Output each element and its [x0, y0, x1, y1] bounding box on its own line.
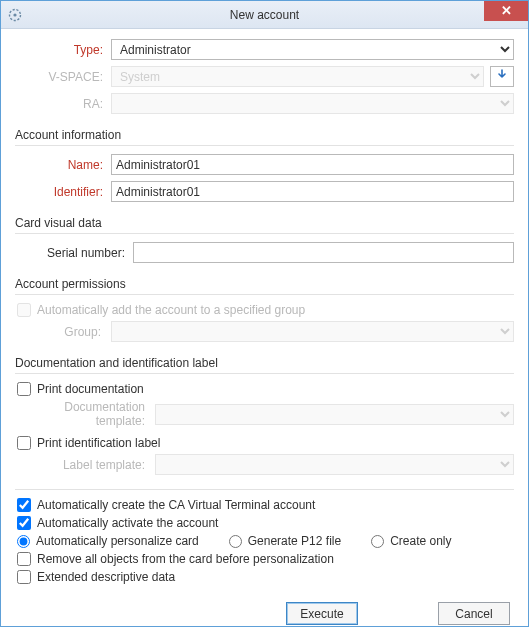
auto-create-ca-label: Automatically create the CA Virtual Term… — [37, 498, 315, 512]
divider — [15, 145, 514, 146]
auto-activate-label: Automatically activate the account — [37, 516, 218, 530]
auto-group-checkbox — [17, 303, 31, 317]
group-label: Group: — [15, 325, 111, 339]
print-id-label: Print identification label — [37, 436, 160, 450]
divider — [15, 233, 514, 234]
svg-point-1 — [13, 13, 16, 16]
divider — [15, 489, 514, 490]
generate-p12-radio[interactable] — [229, 535, 242, 548]
ra-label: RA: — [15, 97, 111, 111]
name-label: Name: — [15, 158, 111, 172]
label-template-label: Label template: — [15, 458, 155, 472]
section-doc-id: Documentation and identification label — [15, 356, 514, 370]
doc-template-select — [155, 404, 514, 425]
vspace-select: System — [111, 66, 484, 87]
create-only-radio[interactable] — [371, 535, 384, 548]
create-only-label: Create only — [390, 534, 451, 548]
type-label: Type: — [15, 43, 111, 57]
type-select[interactable]: Administrator — [111, 39, 514, 60]
extended-desc-label: Extended descriptive data — [37, 570, 175, 584]
auto-personalize-radio[interactable] — [17, 535, 30, 548]
label-template-select — [155, 454, 514, 475]
serial-input[interactable] — [133, 242, 514, 263]
title-bar: New account ✕ — [1, 1, 528, 29]
close-button[interactable]: ✕ — [484, 1, 528, 21]
execute-button[interactable]: Execute — [286, 602, 358, 625]
auto-group-label: Automatically add the account to a speci… — [37, 303, 305, 317]
remove-objects-label: Remove all objects from the card before … — [37, 552, 334, 566]
app-icon — [7, 7, 23, 23]
identifier-label: Identifier: — [15, 185, 111, 199]
divider — [15, 294, 514, 295]
ra-select — [111, 93, 514, 114]
remove-objects-checkbox[interactable] — [17, 552, 31, 566]
extended-desc-checkbox[interactable] — [17, 570, 31, 584]
auto-create-ca-checkbox[interactable] — [17, 498, 31, 512]
close-icon: ✕ — [501, 3, 512, 18]
vspace-label: V-SPACE: — [15, 70, 111, 84]
section-account-info: Account information — [15, 128, 514, 142]
auto-activate-checkbox[interactable] — [17, 516, 31, 530]
refresh-down-icon — [496, 69, 508, 84]
divider — [15, 373, 514, 374]
print-id-checkbox[interactable] — [17, 436, 31, 450]
doc-template-label: Documentation template: — [15, 400, 155, 428]
refresh-button[interactable] — [490, 66, 514, 87]
identifier-input[interactable] — [111, 181, 514, 202]
print-doc-checkbox[interactable] — [17, 382, 31, 396]
section-permissions: Account permissions — [15, 277, 514, 291]
window-title: New account — [1, 8, 528, 22]
print-doc-label: Print documentation — [37, 382, 144, 396]
section-card-visual: Card visual data — [15, 216, 514, 230]
serial-label: Serial number: — [15, 246, 133, 260]
cancel-button[interactable]: Cancel — [438, 602, 510, 625]
group-select — [111, 321, 514, 342]
name-input[interactable] — [111, 154, 514, 175]
auto-personalize-label: Automatically personalize card — [36, 534, 199, 548]
generate-p12-label: Generate P12 file — [248, 534, 341, 548]
